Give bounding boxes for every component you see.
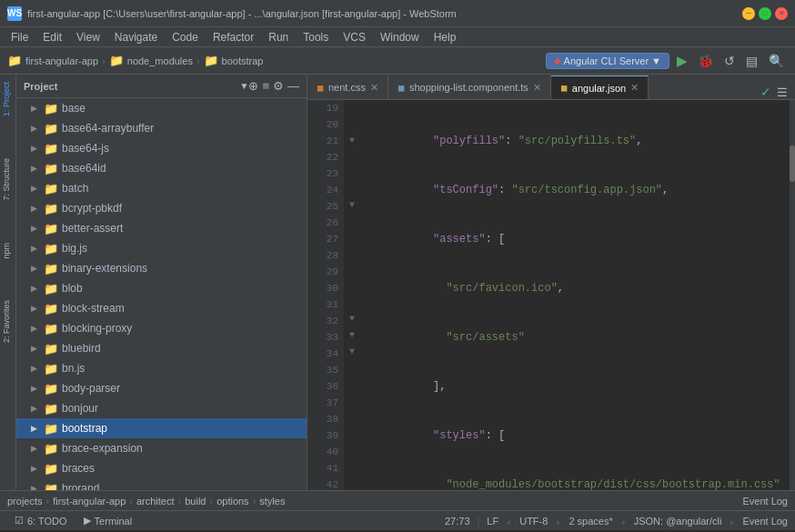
tree-item-block-stream[interactable]: ▶ 📁 block-stream — [16, 298, 307, 318]
search-button[interactable]: 🔍 — [765, 52, 788, 70]
menu-navigate[interactable]: Navigate — [107, 29, 165, 45]
line-num-25: 25 — [307, 198, 338, 215]
window-controls: ─ □ ✕ — [742, 7, 788, 20]
folder-icon-better: 📁 — [44, 222, 58, 236]
toolbar-right: ◆ Angular CLI Server ▼ ▶ 🐞 ↺ ▤ 🔍 — [546, 52, 788, 70]
fold-21[interactable]: ▼ — [344, 133, 360, 149]
event-log-link[interactable]: Event Log — [742, 496, 788, 507]
line-num-40: 40 — [307, 444, 338, 460]
code-content[interactable]: "polyfills": "src/polyfills.ts", "tsConf… — [360, 100, 790, 490]
toolbar: 📁 first-angular-app › 📁 node_modules › 📁… — [0, 47, 795, 75]
angular-cli-server-button[interactable]: ◆ Angular CLI Server ▼ — [546, 53, 669, 69]
scroll-indicator[interactable] — [790, 100, 795, 490]
breadcrumb-app[interactable]: first-angular-app — [25, 55, 98, 66]
breadcrumb-projects[interactable]: projects — [7, 496, 43, 507]
fold-26 — [344, 214, 360, 230]
tree-item-bcrypt[interactable]: ▶ 📁 bcrypt-pbkdf — [16, 198, 307, 218]
tree-item-bonjour[interactable]: ▶ 📁 bonjour — [16, 398, 307, 418]
tab-todo[interactable]: ☑ 6: TODO — [7, 511, 75, 531]
code-line-21: "assets": [ — [367, 231, 790, 247]
tree-item-bnjs[interactable]: ▶ 📁 bn.js — [16, 358, 307, 378]
side-tab-favorites[interactable]: 2: Favorites — [0, 293, 15, 350]
menu-refactor[interactable]: Refactor — [206, 29, 261, 45]
tab-terminal[interactable]: ▶ Terminal — [76, 511, 140, 531]
tree-item-blocking-proxy[interactable]: ▶ 📁 blocking-proxy — [16, 318, 307, 338]
tree-item-base64id[interactable]: ▶ 📁 base64id — [16, 158, 307, 178]
reload-button[interactable]: ↺ — [720, 52, 739, 70]
menu-edit[interactable]: Edit — [35, 29, 69, 45]
menu-tools[interactable]: Tools — [296, 29, 336, 45]
menu-run[interactable]: Run — [261, 29, 296, 45]
tree-item-blob[interactable]: ▶ 📁 blob — [16, 278, 307, 298]
breadcrumb-sep1: › — [102, 55, 106, 66]
add-icon[interactable]: ⊕ — [248, 79, 258, 93]
server-label: Angular CLI Server — [564, 55, 649, 66]
tree-item-better-assert[interactable]: ▶ 📁 better-assert — [16, 218, 307, 238]
tree-item-brace-expansion[interactable]: ▶ 📁 brace-expansion — [16, 438, 307, 458]
tree-item-bootstrap[interactable]: ▶ 📁 bootstrap — [16, 418, 307, 438]
menu-vcs[interactable]: VCS — [336, 29, 373, 45]
label-base64-arr: base64-arraybuffer — [62, 122, 154, 135]
fold-27 — [344, 230, 360, 246]
label-bodyparser: body-parser — [62, 382, 120, 395]
breadcrumb-build[interactable]: build — [185, 496, 206, 507]
fold-32[interactable]: ▼ — [344, 311, 360, 327]
label-blockstream: block-stream — [62, 302, 125, 315]
arrow-base64-arr: ▶ — [31, 124, 40, 133]
fold-33[interactable]: ▼ — [344, 327, 360, 344]
tree-item-base64-arraybuffer[interactable]: ▶ 📁 base64-arraybuffer — [16, 118, 307, 138]
maximize-button[interactable]: □ — [759, 7, 771, 20]
arrow-bcrypt: ▶ — [31, 204, 40, 213]
code-line-20: "tsConfig": "src/tsconfig.app.json", — [367, 182, 790, 198]
tree-item-base[interactable]: ▶ 📁 base — [16, 98, 307, 118]
tree-item-brorand[interactable]: ▶ 📁 brorand — [16, 478, 307, 490]
tree-item-batch[interactable]: ▶ 📁 batch — [16, 178, 307, 198]
minimize-button[interactable]: ─ — [742, 7, 755, 20]
menu-view[interactable]: View — [69, 29, 107, 45]
separator3: ⬥ — [555, 516, 561, 527]
coverage-button[interactable]: ▤ — [742, 52, 761, 70]
editor-content[interactable]: 19 20 21 22 23 24 25 26 27 28 29 30 31 3… — [307, 100, 795, 490]
arrow-bootstrap: ▶ — [31, 424, 40, 433]
tree-item-bluebird[interactable]: ▶ 📁 bluebird — [16, 338, 307, 358]
settings-icon[interactable]: ⚙ — [273, 79, 284, 93]
side-tab-project[interactable]: 1: Project — [0, 75, 15, 124]
side-tab-npm[interactable]: npm — [0, 236, 15, 266]
breadcrumb-first-angular[interactable]: first-angular-app — [53, 496, 126, 507]
event-log[interactable]: Event Log — [742, 516, 788, 527]
tree-item-braces[interactable]: ▶ 📁 braces — [16, 458, 307, 478]
collapse-icon[interactable]: — — [287, 79, 299, 93]
tab-ts[interactable]: ◼ shopping-list.component.ts ✕ — [388, 75, 551, 99]
side-tab-structure[interactable]: 7: Structure — [0, 151, 15, 208]
arrow-bnjs: ▶ — [31, 364, 40, 373]
fold-34[interactable]: ▼ — [344, 344, 360, 360]
menu-window[interactable]: Window — [373, 29, 427, 45]
tab-json-close[interactable]: ✕ — [630, 82, 639, 94]
menu-file[interactable]: File — [4, 29, 35, 45]
tree-item-body-parser[interactable]: ▶ 📁 body-parser — [16, 378, 307, 398]
tree-item-binary-ext[interactable]: ▶ 📁 binary-extensions — [16, 258, 307, 278]
breadcrumb-architect[interactable]: architect — [136, 496, 175, 507]
folder-icon-bnjs: 📁 — [44, 362, 58, 376]
settings-panel-icon[interactable]: ☰ — [777, 85, 788, 99]
sep4: › — [209, 496, 213, 507]
close-button[interactable]: ✕ — [775, 7, 788, 20]
fold-icon[interactable]: ≡ — [262, 79, 269, 93]
breadcrumb-options[interactable]: options — [216, 496, 248, 507]
tab-css[interactable]: ◼ nent.css ✕ — [307, 75, 388, 99]
tree-item-bigjs[interactable]: ▶ 📁 big.js — [16, 238, 307, 258]
run-button[interactable]: ▶ — [673, 52, 690, 70]
tree-item-base64-js[interactable]: ▶ 📁 base64-js — [16, 138, 307, 158]
main-layout: 1: Project 7: Structure npm 2: Favorites… — [0, 75, 795, 490]
fold-25[interactable]: ▼ — [344, 197, 360, 214]
menu-help[interactable]: Help — [427, 29, 464, 45]
tab-ts-close[interactable]: ✕ — [533, 82, 541, 94]
breadcrumb-node[interactable]: node_modules — [127, 55, 193, 66]
tab-json[interactable]: ◼ angular.json ✕ — [551, 75, 649, 99]
menu-code[interactable]: Code — [165, 29, 206, 45]
debug-button[interactable]: 🐞 — [694, 52, 717, 70]
tab-bar: ◼ nent.css ✕ ◼ shopping-list.component.t… — [307, 75, 795, 100]
tab-css-close[interactable]: ✕ — [370, 82, 378, 94]
breadcrumb-styles[interactable]: styles — [259, 496, 285, 507]
breadcrumb-bootstrap[interactable]: bootstrap — [222, 55, 264, 66]
